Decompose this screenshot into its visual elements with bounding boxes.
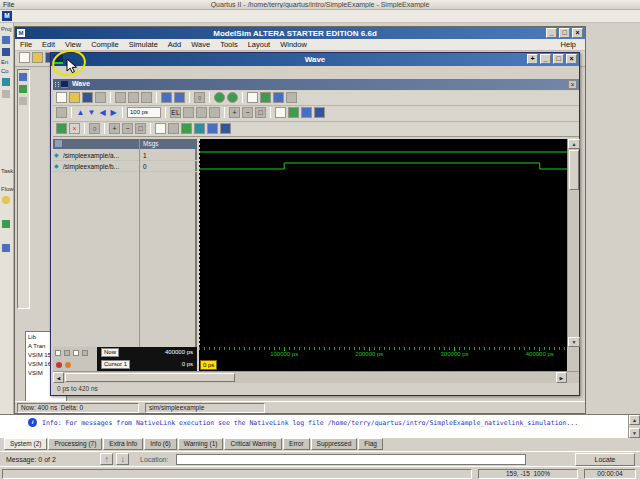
grid-icon[interactable] — [247, 92, 258, 103]
hierarchy-icon[interactable] — [2, 48, 10, 56]
dock-button[interactable]: + — [527, 54, 538, 64]
palette-teal-icon[interactable] — [194, 123, 205, 134]
zoom-in-icon[interactable]: + — [229, 107, 240, 118]
messages-scroll-down-icon[interactable]: ▼ — [629, 428, 640, 438]
zoom-in-2x-icon[interactable]: + — [109, 123, 120, 134]
tab-system[interactable]: System (2) — [4, 438, 47, 450]
modelsim-taskbar-icon[interactable]: M — [2, 11, 12, 21]
expand-icon[interactable] — [260, 92, 271, 103]
wave-minimize-button[interactable]: _ — [540, 54, 551, 64]
menu-window[interactable]: Window — [275, 39, 312, 50]
continue-run-icon[interactable] — [183, 107, 194, 118]
compile-icon[interactable] — [2, 78, 10, 86]
restart-icon[interactable] — [56, 107, 67, 118]
previous-message-button[interactable]: ↑ — [100, 453, 113, 465]
delete-icon[interactable]: × — [69, 123, 80, 134]
find-next-icon[interactable]: ▼ — [86, 107, 97, 118]
tab-processing[interactable]: Processing (7) — [48, 438, 102, 450]
files-tab-icon[interactable] — [19, 85, 27, 93]
paste-icon[interactable] — [141, 92, 152, 103]
palette-blue-icon[interactable] — [207, 123, 218, 134]
cursor-marker2-icon[interactable] — [65, 362, 71, 368]
new-file-icon[interactable] — [19, 52, 30, 63]
settings-icon[interactable] — [2, 90, 10, 98]
vertical-scrollbar[interactable]: ▲ ▼ — [567, 139, 579, 347]
tab-extra-info[interactable]: Extra Info — [103, 438, 143, 450]
zoom-range-icon[interactable]: □ — [135, 123, 146, 134]
modelsim-titlebar[interactable]: M ModelSim ALTERA STARTER EDITION 6.6d _… — [15, 27, 585, 39]
dock-tab-task[interactable]: Task — [1, 168, 14, 174]
quartus-titlebar[interactable]: File Quartus II - /home/terry/quartus/in… — [0, 0, 640, 10]
scroll-left-icon[interactable]: ◀ — [53, 372, 64, 383]
collapse-icon[interactable] — [273, 92, 284, 103]
tab-critical-warning[interactable]: Critical Warning — [224, 438, 282, 450]
messages-panel[interactable]: i Info: For messages from NativeLink exe… — [0, 414, 640, 438]
zoom-out-2x-icon[interactable]: − — [122, 123, 133, 134]
tab-warning[interactable]: Warning (1) — [178, 438, 224, 450]
library-tab-icon[interactable] — [19, 97, 27, 105]
scroll-down-icon[interactable]: ▼ — [568, 337, 580, 347]
palette-green-icon[interactable] — [181, 123, 192, 134]
run-icon[interactable]: EL — [170, 107, 181, 118]
close-button[interactable]: × — [572, 28, 583, 38]
next-message-button[interactable]: ↓ — [116, 453, 129, 465]
find-previous-icon[interactable]: ▲ — [75, 107, 86, 118]
pane-close-icon[interactable]: × — [568, 80, 577, 89]
blue-box-icon[interactable] — [301, 107, 312, 118]
lock-cursor-icon[interactable] — [73, 350, 79, 356]
dock-tab-project[interactable]: Proj — [1, 26, 14, 32]
add-cursor-icon[interactable] — [55, 350, 61, 356]
palette-navy-icon[interactable] — [220, 123, 231, 134]
messages-scroll-up-icon[interactable]: ▲ — [629, 415, 640, 425]
cut-icon[interactable] — [115, 92, 126, 103]
menu-file[interactable]: File — [15, 39, 37, 50]
navy-box-icon[interactable] — [314, 107, 325, 118]
wave-close-button[interactable]: × — [566, 54, 577, 64]
run-length-field[interactable]: 100 ps — [127, 107, 161, 118]
location-input[interactable] — [176, 454, 526, 465]
group-icon[interactable] — [286, 92, 297, 103]
palette-gray-icon[interactable] — [168, 123, 179, 134]
new-icon[interactable] — [56, 92, 67, 103]
redo-icon[interactable] — [174, 92, 185, 103]
palette-white-icon[interactable] — [155, 123, 166, 134]
wave-pane-header[interactable]: Wave × — [53, 79, 579, 90]
copy-icon[interactable] — [128, 92, 139, 103]
step-over-icon[interactable] — [209, 107, 220, 118]
zoom-out-icon[interactable]: − — [242, 107, 253, 118]
scroll-up-icon[interactable]: ▲ — [568, 139, 580, 149]
dock-tab-compilation[interactable]: Co — [1, 68, 14, 74]
timeline-ruler[interactable]: 100000 ps200000 ps300000 ps400000 ps — [199, 347, 567, 359]
sim-tab-icon[interactable] — [19, 73, 27, 81]
wave-titlebar[interactable]: Wave + _ □ × — [51, 53, 579, 66]
scroll-right-icon[interactable]: ▶ — [556, 372, 567, 383]
reload-icon[interactable] — [214, 92, 225, 103]
menu-simulate[interactable]: Simulate — [124, 39, 163, 50]
find-signal-icon[interactable]: ○ — [89, 123, 100, 134]
quartus-menu-file[interactable]: File — [3, 1, 14, 8]
signal-row[interactable]: ◆ /simpleexample/a... 1 — [53, 150, 197, 161]
tab-flag[interactable]: Flag — [358, 438, 383, 450]
dock-tab-entity[interactable]: En — [1, 59, 14, 65]
menu-wave[interactable]: Wave — [186, 39, 215, 50]
panel-header-icon[interactable] — [55, 140, 62, 147]
tab-error[interactable]: Error — [283, 438, 309, 450]
menu-view[interactable]: View — [60, 39, 86, 50]
open-icon[interactable] — [69, 92, 80, 103]
menu-help[interactable]: Help — [556, 39, 581, 50]
cursor-marker-icon[interactable] — [56, 362, 62, 368]
waveform-canvas[interactable] — [199, 139, 567, 347]
tab-info[interactable]: Info (6) — [144, 438, 177, 450]
locate-button[interactable]: Locate — [575, 453, 635, 466]
menu-tools[interactable]: Tools — [215, 39, 243, 50]
wave-maximize-button[interactable]: □ — [553, 54, 564, 64]
menu-compile[interactable]: Compile — [86, 39, 124, 50]
maximize-button[interactable]: □ — [559, 28, 570, 38]
cursor-readout[interactable]: 0 ps — [200, 360, 217, 370]
tab-suppressed[interactable]: Suppressed — [311, 438, 358, 450]
horizontal-scrollbar[interactable]: ◀ ▶ — [53, 371, 579, 383]
print-icon[interactable] — [95, 92, 106, 103]
snap-cursor-icon[interactable] — [82, 350, 88, 356]
search-right-icon[interactable]: ▶ — [108, 107, 119, 118]
save-format-icon[interactable] — [82, 92, 93, 103]
